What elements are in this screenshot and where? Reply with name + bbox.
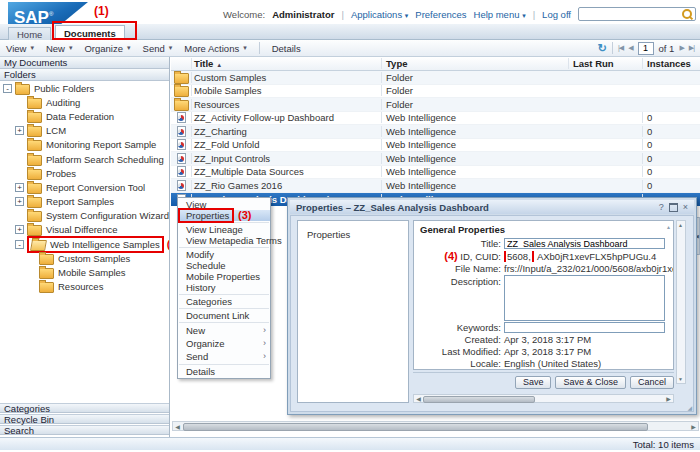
menu-item-schedule[interactable]: Schedule (178, 260, 270, 271)
tree-item-label: Report Samples (46, 196, 114, 207)
expand-expander-icon[interactable]: + (15, 225, 24, 234)
maximize-icon[interactable] (669, 203, 678, 212)
type-column-header[interactable]: Type (381, 58, 568, 69)
dialog-horizontal-scrollbar[interactable]: ◀ ▶ (413, 394, 674, 403)
dialog-vertical-scrollbar[interactable]: ▲ ▼ (676, 220, 686, 384)
table-row[interactable]: ZZ_Rio Games 2016Web Intelligence0 (171, 179, 700, 193)
table-row[interactable]: ZZ_Multiple Data SourcesWeb Intelligence… (171, 166, 700, 180)
tree-item-custom-samples[interactable]: Custom Samples (0, 251, 169, 265)
last-page-button[interactable]: ▶| (689, 44, 694, 52)
applications-menu[interactable]: Applications ▾ (351, 9, 408, 20)
description-textarea[interactable] (504, 275, 665, 321)
menu-item-history[interactable]: History (178, 282, 270, 293)
scroll-left-icon[interactable]: ◀ (173, 423, 182, 430)
table-row[interactable]: Mobile SamplesFolder (171, 85, 700, 99)
save-close-button[interactable]: Save & Close (555, 376, 626, 389)
more-actions-menu-button[interactable]: More Actions▾ (184, 43, 246, 54)
menu-item-modify[interactable]: Modify (178, 249, 270, 260)
row-instances: 0 (642, 112, 700, 123)
expand-expander-icon[interactable]: + (15, 183, 24, 192)
help-menu[interactable]: Help menu ▾ (474, 9, 526, 20)
first-page-button[interactable]: |◀ (618, 44, 623, 52)
horizontal-scrollbar[interactable]: ◀ ▶ (172, 421, 699, 431)
preferences-link[interactable]: Preferences (415, 9, 466, 20)
tree-item-resources[interactable]: Resources (0, 280, 169, 294)
menu-item-view-lineage[interactable]: View Lineage (178, 224, 270, 235)
title-column-header[interactable]: Title▲ (191, 58, 381, 69)
tree-item-report-conversion-tool[interactable]: +Report Conversion Tool (0, 180, 169, 194)
expand-expander-icon[interactable]: + (15, 197, 24, 206)
previous-page-button[interactable]: ◀ (628, 44, 632, 52)
menu-item-organize[interactable]: Organize› (178, 337, 270, 350)
accordion-recycle-bin[interactable]: Recycle Bin (0, 414, 169, 424)
instances-column-header[interactable]: Instances (642, 58, 700, 69)
log-off-link[interactable]: Log off (542, 9, 571, 20)
scroll-up-icon[interactable]: ▲ (666, 224, 671, 230)
scroll-left-icon[interactable]: ◀ (414, 395, 423, 402)
view-menu-button[interactable]: View▾ (6, 43, 34, 54)
tab-documents[interactable]: Documents (55, 25, 125, 41)
menu-item-view-metapedia-terms[interactable]: View Metapedia Terms (178, 235, 270, 246)
cancel-button[interactable]: Cancel (630, 376, 674, 389)
table-row[interactable]: ZZ_Input ControlsWeb Intelligence0 (171, 152, 700, 166)
table-row[interactable]: ZZ_Activity Follow-up DashboardWeb Intel… (171, 112, 700, 126)
menu-item-details[interactable]: Details (178, 366, 270, 377)
refresh-icon[interactable]: ↻ (598, 42, 607, 55)
resize-grip[interactable]: ◢ (687, 404, 692, 411)
menu-item-document-link[interactable]: Document Link (178, 310, 270, 321)
menu-item-mobile-properties[interactable]: Mobile Properties (178, 271, 270, 282)
new-menu-button[interactable]: New▾ (46, 43, 73, 54)
organize-menu-button[interactable]: Organize▾ (84, 43, 130, 54)
accordion-categories[interactable]: Categories (0, 403, 169, 413)
expand-expander-icon[interactable]: + (15, 126, 24, 135)
details-button[interactable]: Details (272, 43, 301, 54)
tree-item-mobile-samples[interactable]: Mobile Samples (0, 265, 169, 279)
chevron-down-icon: ▾ (127, 44, 131, 52)
keywords-input[interactable] (504, 322, 665, 333)
scroll-right-icon[interactable]: ▶ (689, 423, 698, 430)
page-number-input[interactable] (638, 42, 654, 55)
tree-item-lcm[interactable]: +LCM (0, 124, 169, 138)
my-documents-header[interactable]: My Documents (0, 57, 169, 69)
scrollbar-thumb[interactable] (183, 423, 648, 431)
tree-item-web-intelligence-samples[interactable]: -Web Intelligence Samples(2) (0, 237, 169, 251)
close-icon[interactable]: × (683, 202, 688, 212)
menu-item-categories[interactable]: Categories (178, 296, 270, 307)
help-icon[interactable]: ? (659, 202, 664, 212)
tree-item-system-configuration-wizard[interactable]: System Configuration Wizard (0, 209, 169, 223)
collapse-expander-icon[interactable]: - (3, 84, 12, 93)
table-row[interactable]: ZZ_Fold UnfoldWeb Intelligence0 (171, 139, 700, 153)
title-field-input[interactable] (504, 238, 665, 249)
tree-item-report-samples[interactable]: +Report Samples (0, 195, 169, 209)
tree-item-public-folders[interactable]: -Public Folders (0, 81, 169, 95)
scrollbar-thumb[interactable] (423, 396, 535, 403)
dialog-title-bar[interactable]: Properties – ZZ_Sales Analysis Dashboard… (290, 200, 694, 214)
table-row[interactable]: ZZ_ChartingWeb Intelligence0 (171, 125, 700, 139)
table-row[interactable]: ResourcesFolder (171, 98, 700, 112)
dialog-nav-properties[interactable]: Properties (307, 229, 350, 240)
tree-item-data-federation[interactable]: Data Federation (0, 109, 169, 123)
tree-item-probes[interactable]: Probes (0, 166, 169, 180)
scroll-right-icon[interactable]: ▶ (664, 395, 673, 402)
accordion-search[interactable]: Search (0, 425, 169, 435)
menu-item-new[interactable]: New› (178, 324, 270, 337)
save-button[interactable]: Save (515, 376, 552, 389)
scroll-down-icon[interactable]: ▼ (678, 376, 683, 382)
menu-item-label: New (186, 325, 205, 336)
send-menu-button[interactable]: Send▾ (143, 43, 173, 54)
table-row[interactable]: Custom SamplesFolder (171, 71, 700, 85)
menu-item-view[interactable]: View (178, 199, 270, 210)
menu-item-properties[interactable]: Properties (178, 210, 270, 221)
collapse-expander-icon[interactable]: - (15, 240, 24, 249)
scroll-up-icon[interactable]: ▲ (678, 222, 683, 228)
search-input[interactable] (578, 7, 696, 21)
last-run-column-header[interactable]: Last Run (568, 58, 642, 69)
tab-home[interactable]: Home (8, 27, 51, 41)
locale-row: Locale: English (United States) (419, 358, 673, 369)
tree-item-monitoring-report-sample[interactable]: Monitoring Report Sample (0, 138, 169, 152)
tree-item-platform-search-scheduling[interactable]: Platform Search Scheduling (0, 152, 169, 166)
tree-item-auditing[interactable]: Auditing (0, 95, 169, 109)
folders-header[interactable]: Folders (0, 69, 169, 81)
menu-item-send[interactable]: Send› (178, 350, 270, 363)
next-page-button[interactable]: ▶ (679, 44, 683, 52)
